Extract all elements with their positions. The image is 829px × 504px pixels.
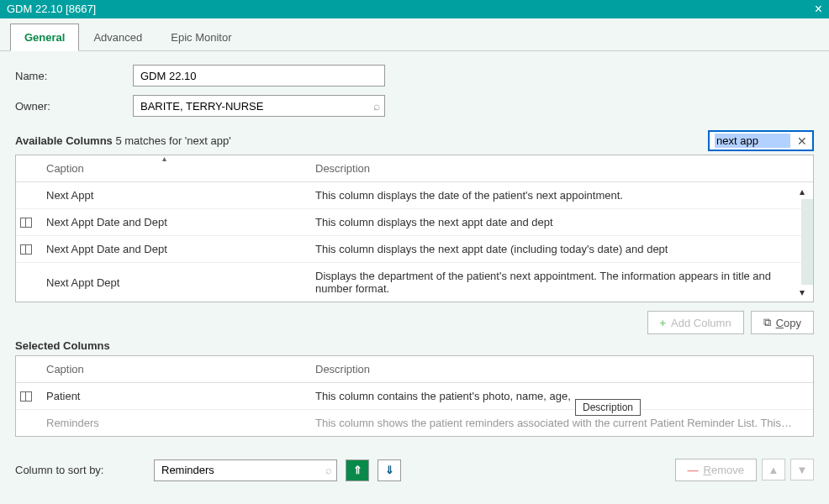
table-row[interactable]: Next Appt This column displays the date … bbox=[16, 182, 813, 209]
sort-indicator-icon: ▴ bbox=[162, 154, 166, 163]
available-subtitle: 5 matches for 'next app' bbox=[115, 134, 230, 147]
row-icon bbox=[16, 191, 36, 201]
tab-epic-monitor[interactable]: Epic Monitor bbox=[156, 24, 246, 50]
copy-icon: ⧉ bbox=[763, 316, 771, 329]
row-desc: This column shows the patient reminders … bbox=[305, 410, 813, 436]
column-icon bbox=[20, 218, 32, 228]
table-row[interactable]: Next Appt Dept Displays the department o… bbox=[16, 263, 813, 302]
row-desc: This column displays the date of the pat… bbox=[305, 182, 813, 208]
add-column-button[interactable]: +Add Column bbox=[647, 311, 744, 334]
sort-desc-icon: ⇓ bbox=[385, 464, 394, 476]
row-icon bbox=[16, 277, 36, 287]
selected-table-body: Patient This column contains the patient… bbox=[16, 383, 813, 436]
header-description[interactable]: Description bbox=[305, 356, 813, 382]
row-caption: Patient bbox=[36, 383, 305, 409]
name-input[interactable] bbox=[133, 65, 385, 87]
selected-header: Selected Columns bbox=[15, 339, 814, 352]
selected-columns-table: Caption Description Patient This column … bbox=[15, 355, 814, 437]
move-down-button[interactable]: ▼ bbox=[790, 459, 814, 480]
column-icon bbox=[20, 244, 32, 255]
header-caption[interactable]: Caption ▴ bbox=[36, 155, 305, 181]
triangle-down-icon: ▼ bbox=[797, 464, 808, 476]
row-caption: Next Appt Date and Dept bbox=[36, 209, 305, 235]
tab-advanced[interactable]: Advanced bbox=[79, 24, 156, 50]
row-desc: This column displays the next appt date … bbox=[305, 209, 813, 235]
header-description[interactable]: Description bbox=[305, 155, 813, 181]
owner-row: Owner: ⌕ bbox=[15, 95, 814, 117]
table-row[interactable]: Next Appt Date and Dept This column disp… bbox=[16, 236, 813, 263]
triangle-up-icon: ▲ bbox=[768, 464, 779, 476]
row-caption: Reminders bbox=[36, 410, 305, 436]
column-icon bbox=[20, 391, 32, 402]
remove-button[interactable]: —Remove bbox=[675, 459, 757, 481]
table-row[interactable]: Patient This column contains the patient… bbox=[16, 383, 813, 410]
available-table-body: Next Appt This column displays the date … bbox=[16, 182, 813, 302]
column-search-input[interactable] bbox=[715, 134, 790, 148]
table-row[interactable]: Next Appt Date and Dept This column disp… bbox=[16, 209, 813, 236]
bottom-row: Column to sort by: ⌕ ⇑ ⇓ —Remove ▲ ▼ bbox=[0, 450, 829, 481]
row-icon bbox=[16, 239, 36, 260]
sort-descending-button[interactable]: ⇓ bbox=[378, 459, 401, 481]
scrollbar[interactable] bbox=[801, 199, 813, 285]
column-search-box[interactable]: ✕ bbox=[708, 130, 814, 151]
row-icon bbox=[16, 386, 36, 407]
name-row: Name: bbox=[15, 65, 814, 87]
sort-column-input[interactable] bbox=[154, 459, 337, 481]
available-columns-table: Caption ▴ Description Next Appt This col… bbox=[15, 155, 814, 302]
row-desc: This column contains the patient's photo… bbox=[305, 383, 813, 409]
row-caption: Next Appt Date and Dept bbox=[36, 236, 305, 262]
search-icon[interactable]: ⌕ bbox=[373, 99, 380, 113]
row-icon bbox=[16, 213, 36, 233]
window-title: GDM 22.10 [8667] bbox=[7, 0, 96, 18]
header-icon-col bbox=[16, 356, 36, 382]
sort-label: Column to sort by: bbox=[15, 464, 145, 476]
header-caption[interactable]: Caption bbox=[36, 356, 305, 382]
minus-icon: — bbox=[688, 464, 699, 476]
tab-content: Name: Owner: ⌕ Available Columns 5 match… bbox=[0, 51, 829, 450]
main-panel: General Advanced Epic Monitor Name: Owne… bbox=[0, 18, 829, 504]
row-caption: Next Appt Dept bbox=[36, 270, 305, 296]
selected-title: Selected Columns bbox=[15, 339, 110, 352]
scroll-down-icon[interactable]: ▾ bbox=[800, 286, 811, 298]
row-desc: Displays the department of the patient's… bbox=[305, 263, 813, 302]
sort-ascending-button[interactable]: ⇑ bbox=[346, 459, 369, 481]
owner-input[interactable] bbox=[133, 95, 385, 117]
scroll-up-icon[interactable]: ▴ bbox=[800, 186, 811, 197]
owner-label: Owner: bbox=[15, 100, 133, 113]
table-row[interactable]: Reminders This column shows the patient … bbox=[16, 410, 813, 436]
clear-search-icon[interactable]: ✕ bbox=[797, 134, 807, 148]
row-icon bbox=[16, 418, 36, 428]
tab-bar: General Advanced Epic Monitor bbox=[0, 18, 829, 51]
copy-button[interactable]: ⧉Copy bbox=[751, 311, 814, 334]
search-icon[interactable]: ⌕ bbox=[325, 464, 332, 476]
sort-asc-icon: ⇑ bbox=[353, 464, 362, 476]
available-title: Available Columns bbox=[15, 134, 113, 147]
title-bar: GDM 22.10 [8667] × bbox=[0, 0, 829, 18]
move-up-button[interactable]: ▲ bbox=[762, 459, 785, 480]
selected-table-header: Caption Description bbox=[16, 356, 813, 383]
available-header: Available Columns 5 matches for 'next ap… bbox=[15, 130, 814, 151]
plus-icon: + bbox=[660, 317, 667, 329]
row-desc: This column displays the next appt date … bbox=[305, 236, 813, 262]
available-buttons: +Add Column ⧉Copy bbox=[15, 311, 814, 334]
close-icon[interactable]: × bbox=[815, 0, 822, 18]
row-caption: Next Appt bbox=[36, 182, 305, 208]
header-icon-col bbox=[16, 155, 36, 181]
tab-general[interactable]: General bbox=[10, 24, 79, 51]
available-table-header: Caption ▴ Description bbox=[16, 155, 813, 182]
name-label: Name: bbox=[15, 70, 133, 82]
